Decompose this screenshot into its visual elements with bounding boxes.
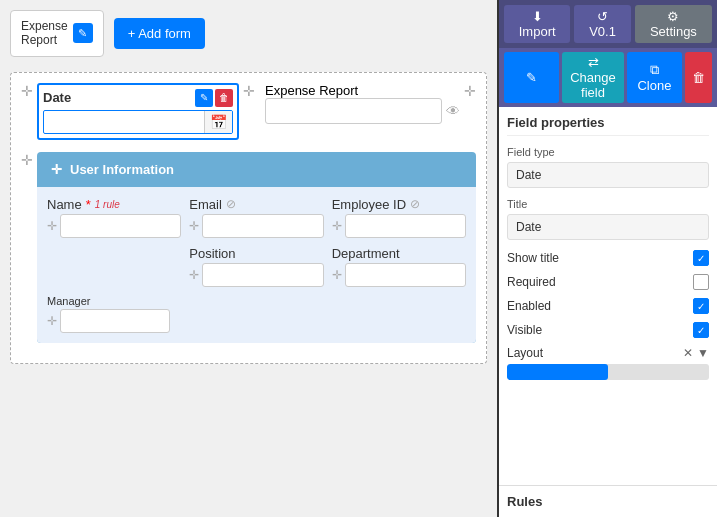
manager-section: Manager ✛ xyxy=(47,295,466,333)
department-drag-handle[interactable]: ✛ xyxy=(332,268,342,282)
top-toolbar: ⬇ Import ↺ V0.1 ⚙ Settings xyxy=(499,0,717,48)
name-input[interactable] xyxy=(60,214,181,238)
required-checkbox[interactable] xyxy=(693,274,709,290)
position-input[interactable] xyxy=(202,263,323,287)
visible-checkbox[interactable]: ✓ xyxy=(693,322,709,338)
department-field-item: Department ✛ xyxy=(332,246,466,287)
version-button[interactable]: ↺ V0.1 xyxy=(574,5,630,43)
visible-row: Visible ✓ xyxy=(507,322,709,338)
employee-id-drag-handle[interactable]: ✛ xyxy=(332,219,342,233)
date-label-text: Date xyxy=(43,90,71,105)
add-form-button[interactable]: + Add form xyxy=(114,18,205,49)
settings-button[interactable]: ⚙ Settings xyxy=(635,5,712,43)
email-input[interactable] xyxy=(202,214,323,238)
name-required-star: * xyxy=(86,197,91,212)
expense-report-label: Expense Report xyxy=(265,83,460,98)
manager-row: ✛ xyxy=(47,309,466,333)
edit-button[interactable]: ✎ xyxy=(504,52,559,103)
date-drag-handle[interactable]: ✛ xyxy=(21,83,33,99)
right-panel: ⬇ Import ↺ V0.1 ⚙ Settings ✎ ⇄ Change fi… xyxy=(497,0,717,517)
department-field-row: ✛ xyxy=(332,263,466,287)
enabled-label: Enabled xyxy=(507,299,551,313)
edit-tab-button[interactable]: ✎ xyxy=(73,23,93,43)
show-title-checkbox[interactable]: ✓ xyxy=(693,250,709,266)
date-field-actions: ✎ 🗑 xyxy=(195,89,233,107)
expense-right-handle[interactable]: ✛ xyxy=(464,83,476,99)
name-field-header: Name * 1 rule xyxy=(47,197,181,212)
position-label: Position xyxy=(189,246,235,261)
employee-id-field-item: Employee ID ⊘ ✛ xyxy=(332,197,466,238)
rules-section: Rules xyxy=(499,485,717,517)
field-type-label: Field type xyxy=(507,146,709,158)
clone-button[interactable]: ⧉ Clone xyxy=(627,52,682,103)
fields-grid-2: Position ✛ Department xyxy=(47,246,466,287)
position-drag-handle[interactable]: ✛ xyxy=(189,268,199,282)
manager-label: Manager xyxy=(47,295,466,307)
delete-button[interactable]: 🗑 xyxy=(685,52,712,103)
email-drag-handle[interactable]: ✛ xyxy=(189,219,199,233)
fields-grid-1: Name * 1 rule ✛ xyxy=(47,197,466,238)
user-info-drag-handle[interactable]: ✛ xyxy=(21,152,33,168)
change-field-button[interactable]: ⇄ Change field xyxy=(562,52,624,103)
user-info-section: ✛ User Information Name * 1 rule xyxy=(37,152,476,343)
employee-id-field-row: ✛ xyxy=(332,214,466,238)
employee-id-input[interactable] xyxy=(345,214,466,238)
email-field-header: Email ⊘ xyxy=(189,197,323,212)
date-field-wrapper: ✛ Date ✎ 🗑 📅 ✛ xyxy=(21,83,255,140)
date-edit-button[interactable]: ✎ xyxy=(195,89,213,107)
layout-section: Layout ✕ ▼ xyxy=(507,346,709,380)
user-info-body: Name * 1 rule ✛ xyxy=(37,187,476,343)
title-input[interactable]: Date xyxy=(507,214,709,240)
user-info-section-container: ✛ User Information Name * 1 rule xyxy=(37,152,476,353)
import-button[interactable]: ⬇ Import xyxy=(504,5,570,43)
layout-expand-button[interactable]: ▼ xyxy=(697,346,709,360)
manager-input[interactable] xyxy=(60,309,170,333)
enabled-row: Enabled ✓ xyxy=(507,298,709,314)
change-field-label: ⇄ Change field xyxy=(570,55,616,100)
layout-row: Layout ✕ ▼ xyxy=(507,346,709,360)
left-panel: Expense Report ✎ + Add form ✛ Date ✎ 🗑 xyxy=(0,0,497,517)
position-spacer xyxy=(47,246,181,287)
enabled-checkbox[interactable]: ✓ xyxy=(693,298,709,314)
layout-clear-button[interactable]: ✕ xyxy=(683,346,693,360)
date-delete-button[interactable]: 🗑 xyxy=(215,89,233,107)
name-label: Name xyxy=(47,197,82,212)
date-input-wrapper: 📅 xyxy=(43,110,233,134)
title-prop-label: Title xyxy=(507,198,709,210)
expense-report-tab: Expense Report ✎ xyxy=(10,10,104,57)
position-field-row: ✛ xyxy=(189,263,323,287)
user-info-header: ✛ User Information xyxy=(37,152,476,187)
expense-report-input[interactable] xyxy=(265,98,442,124)
edit-icon: ✎ xyxy=(526,70,537,85)
employee-id-no-icon: ⊘ xyxy=(410,197,420,211)
user-info-drag-icon: ✛ xyxy=(51,162,62,177)
date-right-handle[interactable]: ✛ xyxy=(243,83,255,99)
delete-icon: 🗑 xyxy=(692,70,705,85)
employee-id-label: Employee ID xyxy=(332,197,406,212)
date-input[interactable] xyxy=(44,112,204,132)
title-row: Title Date xyxy=(507,198,709,240)
add-form-label: + Add form xyxy=(128,26,191,41)
field-properties-panel: Field properties Field type Date Title D… xyxy=(499,107,717,485)
email-label: Email xyxy=(189,197,222,212)
email-field-row: ✛ xyxy=(189,214,323,238)
layout-bar-container xyxy=(507,364,709,380)
user-info-title: User Information xyxy=(70,162,174,177)
calendar-icon: 📅 xyxy=(204,111,232,133)
name-field-item: Name * 1 rule ✛ xyxy=(47,197,181,238)
date-field-label: Date ✎ 🗑 xyxy=(43,89,233,107)
settings-label: ⚙ Settings xyxy=(643,9,704,39)
show-title-row: Show title ✓ xyxy=(507,250,709,266)
tab-title: Expense Report xyxy=(21,19,68,48)
department-input[interactable] xyxy=(345,263,466,287)
top-field-row: ✛ Date ✎ 🗑 📅 ✛ xyxy=(21,83,476,140)
required-label: Required xyxy=(507,275,556,289)
manager-drag-handle[interactable]: ✛ xyxy=(47,314,57,328)
show-title-label: Show title xyxy=(507,251,559,265)
layout-controls: ✕ ▼ xyxy=(683,346,709,360)
name-drag-handle[interactable]: ✛ xyxy=(47,219,57,233)
import-label: ⬇ Import xyxy=(512,9,562,39)
header-area: Expense Report ✎ + Add form xyxy=(10,10,487,57)
date-field-box: Date ✎ 🗑 📅 xyxy=(37,83,239,140)
name-field-row: ✛ xyxy=(47,214,181,238)
